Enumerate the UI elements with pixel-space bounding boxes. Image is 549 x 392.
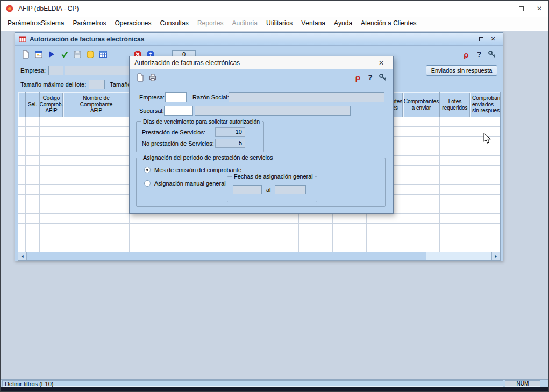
- grid-header-1[interactable]: Sel.: [26, 92, 40, 117]
- grid-cell: [299, 214, 333, 223]
- dialog-print-button[interactable]: [146, 71, 159, 83]
- grid-cell: [40, 156, 63, 165]
- grid-header-12[interactable]: Comprobantes a enviar: [403, 92, 440, 117]
- grid-cell: [63, 185, 130, 194]
- grid-cell: [40, 127, 63, 136]
- grid-cell: [40, 146, 63, 155]
- minimize-button[interactable]: —: [494, 1, 512, 17]
- dialog-permissions-button[interactable]: [376, 71, 389, 83]
- grid-cell: [470, 224, 501, 233]
- grid-cell: [40, 214, 63, 223]
- scroll-right-button[interactable]: ►: [491, 252, 500, 260]
- close-button[interactable]: ✕: [530, 1, 548, 17]
- grid-cell: [63, 156, 130, 165]
- exit-icon: ρ: [464, 51, 468, 59]
- menu-item-0[interactable]: Parámetros Sistema: [3, 17, 68, 30]
- grid-cell: [18, 117, 26, 126]
- scroll-track[interactable]: [27, 252, 491, 260]
- grid-cell: [18, 224, 26, 233]
- new-button[interactable]: [19, 48, 32, 61]
- grid-cell: [440, 185, 470, 194]
- grid-cell: [63, 243, 130, 252]
- radio-mes-emision[interactable]: Mes de emisión del comprobante: [144, 167, 241, 173]
- sucursal-nombre-input: [195, 106, 351, 116]
- key-icon: [488, 50, 496, 59]
- grid-cell: [403, 233, 440, 243]
- dialog-body: Empresa: Razón Social: Sucursal: Días de…: [130, 85, 393, 213]
- menu-item-9[interactable]: Atención a Clientes: [357, 17, 420, 30]
- prestacion-label: Prestación de Servicios:: [142, 129, 205, 136]
- enviados-sin-respuesta-button[interactable]: Enviados sin respuesta: [426, 65, 497, 76]
- menu-item-4: Reportes: [193, 17, 228, 30]
- dialog-close-button[interactable]: ✕: [374, 56, 388, 69]
- properties-button[interactable]: [32, 48, 45, 61]
- grid-cell: [63, 146, 130, 155]
- grid-cell: [40, 195, 63, 204]
- radio-asignacion-manual[interactable]: Asignación manual general: [144, 180, 226, 187]
- mouse-cursor: [483, 133, 491, 145]
- grid-cell: [26, 166, 40, 175]
- grid-cell: [403, 204, 440, 213]
- razon-social-input: [229, 92, 384, 102]
- grid-cell: [470, 233, 501, 243]
- grid-header-2[interactable]: Código Comprob. AFIP: [40, 92, 63, 117]
- grid-header-14[interactable]: Comprobantes enviados sin respuesta: [470, 92, 501, 117]
- dialog-new-button[interactable]: [134, 71, 146, 83]
- help-button[interactable]: ?: [473, 48, 486, 61]
- grid-cell: [403, 195, 440, 204]
- permissions-button[interactable]: [486, 48, 498, 61]
- menu-item-7[interactable]: Ventana: [297, 17, 330, 30]
- grid-cell: [440, 214, 470, 223]
- grid-cell: [440, 243, 470, 252]
- grid-cell: [440, 146, 470, 155]
- dialog-empresa-input[interactable]: [165, 92, 187, 102]
- menu-item-1[interactable]: Parámetros: [68, 17, 110, 30]
- grid-row-10[interactable]: [18, 214, 500, 224]
- grid-cell: [403, 185, 440, 194]
- confirm-button[interactable]: [58, 48, 71, 61]
- scroll-left-button[interactable]: ◄: [18, 252, 27, 260]
- dialog-title: Autorización de facturas electrónicas: [134, 59, 374, 67]
- sucursal-input[interactable]: [164, 106, 193, 116]
- vencimiento-group-title: Días de vencimiento para solicitar autor…: [141, 118, 262, 125]
- grid-cell: [26, 175, 40, 184]
- grid-header-13[interactable]: Lotes requeridos: [440, 92, 470, 117]
- al-label: al: [266, 187, 271, 193]
- grid-header-0[interactable]: [18, 92, 26, 117]
- dialog-help-button[interactable]: ?: [364, 71, 376, 83]
- grid-cell: [470, 117, 501, 126]
- grid-cell: [130, 224, 163, 233]
- exit-button[interactable]: ρ: [460, 48, 473, 61]
- database-button[interactable]: [84, 48, 97, 61]
- grid-cell: [197, 243, 231, 252]
- child-maximize-button[interactable]: [475, 34, 487, 44]
- grid-cell: [403, 156, 440, 165]
- grid-view-button[interactable]: [97, 48, 110, 61]
- grid-cell: [63, 127, 130, 136]
- bottom-edge: [1, 387, 548, 391]
- menu-item-6[interactable]: Utilitarios: [262, 17, 297, 30]
- dialog-exit-button[interactable]: ρ: [352, 71, 364, 83]
- run-button[interactable]: [45, 48, 58, 61]
- child-minimize-button[interactable]: —: [464, 34, 475, 44]
- database-icon: [86, 50, 95, 59]
- menu-item-8[interactable]: Ayuda: [330, 17, 357, 30]
- grid-cell: [440, 166, 470, 175]
- grid-cell: [18, 146, 26, 155]
- grid-header-3[interactable]: Nombre de Comprobante AFIP: [63, 92, 130, 117]
- child-close-button[interactable]: ✕: [487, 34, 499, 44]
- grid-cell: [265, 243, 299, 252]
- grid-row-13[interactable]: [18, 243, 500, 252]
- grid-cell: [367, 214, 403, 223]
- razon-social-label: Razón Social:: [192, 94, 229, 101]
- menu-item-3[interactable]: Consultas: [156, 17, 193, 30]
- scroll-thumb[interactable]: [27, 252, 426, 260]
- radio-unselected-icon: [144, 180, 151, 187]
- lote-maximo-input: [89, 80, 105, 89]
- maximize-icon: [519, 6, 524, 11]
- grid-row-11[interactable]: [18, 224, 500, 233]
- menu-item-2[interactable]: Operaciones: [110, 17, 155, 30]
- grid-row-12[interactable]: [18, 233, 500, 243]
- fecha-desde-input: [233, 185, 262, 194]
- maximize-button[interactable]: [512, 1, 530, 17]
